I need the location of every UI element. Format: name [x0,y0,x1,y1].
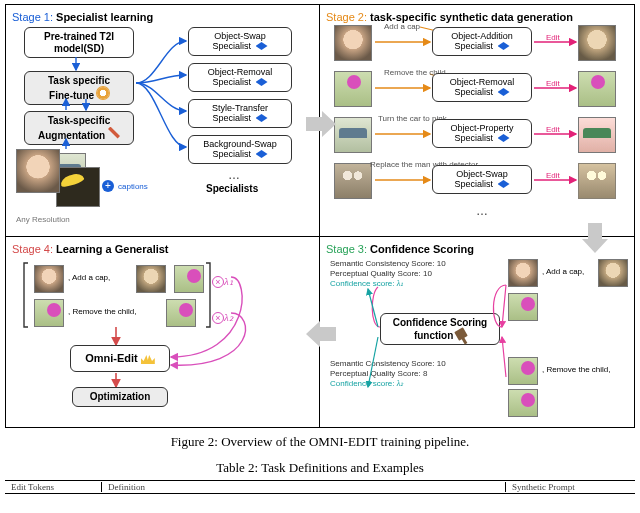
crown-icon [141,354,155,364]
stage3-label: Confidence Scoring [370,243,474,255]
s4-pair1-cap: , Add a cap, [68,273,110,282]
node-pretrained-text: Pre-trained T2I model(SD) [44,31,114,54]
graduation-cap-icon [256,150,268,160]
s3-top-pq: Perceptual Quality Score: 10 [330,269,446,279]
any-resolution-label: Any Resolution [16,215,70,224]
graduation-cap-icon [498,42,510,52]
graduation-cap-icon [256,42,268,52]
s2-row4-box: Object-Swap Specialist [432,165,532,194]
s3-pair2-src [508,357,538,385]
optimization-box: Optimization [72,387,168,407]
captions-text: captions [118,182,148,191]
s3-pair1-cap: , Add a cap, [542,267,584,276]
stage3-prefix: Stage 3: [326,243,370,255]
omni-edit-box: Omni-Edit [70,345,170,372]
confidence-scoring-text: Confidence Scoring function [393,317,487,341]
stage4-label: Learning a Generalist [56,243,168,255]
s2-row2-box: Object-Removal Specialist [432,73,532,102]
transition-arrow-s2-s3 [582,223,608,253]
s4-pair1-extra [174,265,204,293]
s2-row4-box-text: Object-Swap Specialist [454,169,507,189]
s3-top-conf-label: Confidence score: [330,279,394,288]
multiply-icon: × [212,276,224,288]
stage4-title: Stage 4: Learning a Generalist [12,243,313,255]
s4-pair2-src [34,299,64,327]
s3-top-scores: Semantic Consistency Score: 10 Perceptua… [330,259,446,289]
s2-row4-src [334,163,372,199]
node-augment: Task-specific Augmentation [24,111,134,145]
transition-arrow-s3-s4 [306,321,336,347]
s2-row3-edit: Edit [546,125,560,134]
graduation-cap-icon [498,134,510,144]
s3-bot-conf-val: λ₂ [397,379,403,388]
graduation-cap-icon [498,88,510,98]
s2-row1-src [334,25,372,61]
transition-arrow-s1-s2 [306,111,336,137]
s3-top-conf-val: λ₁ [397,279,403,288]
s2-row3-out [578,117,616,153]
stage2-panel: Stage 2: task-specific synthetic data ge… [320,5,634,237]
figure-caption: Figure 2: Overview of the OMNI-EDIT trai… [0,434,640,450]
gavel-icon [454,327,468,341]
node-specialist-1: Object-Removal Specialist [188,63,292,92]
stage1-panel: Stage 1: Specialist learning Pre-trained… [6,5,320,237]
omni-edit-text: Omni-Edit [85,352,138,364]
s2-row4-out [578,163,616,199]
table-caption: Table 2: Task Definitions and Examples [0,460,640,476]
s2-row1-edit: Edit [546,33,560,42]
s4-pair2-cap: , Remove the child, [68,307,136,316]
node-specialist-2: Style-Transfer Specialist [188,99,292,128]
s4-lambda2: ×λ₂ [212,307,233,325]
plus-icon: + [102,180,114,192]
node-specialist-3: Background-Swap Specialist [188,135,292,164]
s2-row2-src [334,71,372,107]
specialist-0-text: Object-Swap Specialist [212,31,265,51]
s4-lambda1: ×λ₁ [212,271,233,289]
s3-pair1-src [508,259,538,287]
lambda1-text: λ₁ [224,275,233,287]
s2-row1-prompt: Add a cap [384,22,420,31]
s2-row3-src [334,117,372,153]
s2-row1-out [578,25,616,61]
stage4-prefix: Stage 4: [12,243,56,255]
s3-pair1-extra [508,293,538,321]
s3-bot-sc: Semantic Consistency Score: 10 [330,359,446,369]
stage4-panel: Stage 4: Learning a Generalist , Add a c… [6,237,320,427]
stage1-label: Specialist learning [56,11,153,23]
s3-bot-conf-label: Confidence score: [330,379,394,388]
s2-row2-out [578,71,616,107]
th-synthetic-prompt: Synthetic Prompt [505,482,635,492]
graduation-cap-icon [256,78,268,88]
node-pretrained: Pre-trained T2I model(SD) [24,27,134,58]
node-finetune: Task specific Fine-tune [24,71,134,105]
gear-icon [97,87,109,99]
stage1-prefix: Stage 1: [12,11,56,23]
thumb-banana [56,167,100,207]
s3-pair2-cap: , Remove the child, [542,365,610,374]
specialists-label: Specialists [206,183,258,194]
wrench-icon [108,127,120,139]
s2-row3-box: Object-Property Specialist [432,119,532,148]
lambda2-text: λ₂ [224,311,233,323]
s2-row4-edit: Edit [546,171,560,180]
multiply-icon: × [212,312,224,324]
s4-pair1-src [34,265,64,293]
plus-captions: + captions [102,175,148,193]
figure-2-diagram: Stage 1: Specialist learning Pre-trained… [5,4,635,428]
specialist-3-text: Background-Swap Specialist [203,139,277,159]
s4-pair2-out [166,299,196,327]
node-augment-text: Task-specific Augmentation [38,115,110,141]
s3-top-sc: Semantic Consistency Score: 10 [330,259,446,269]
th-edit-tokens: Edit Tokens [5,482,101,492]
stage1-title: Stage 1: Specialist learning [12,11,313,23]
s3-pair2-out [508,389,538,417]
stage2-title: Stage 2: task-specific synthetic data ge… [326,11,628,23]
graduation-cap-icon [256,114,268,124]
s3-bottom-scores: Semantic Consistency Score: 10 Perceptua… [330,359,446,389]
ellipsis-s2: … [476,205,488,217]
s2-row1-box: Object-Addition Specialist [432,27,532,56]
ellipsis-specialists: … [228,169,240,181]
stage3-panel: Stage 3: Confidence Scoring Semantic Con… [320,237,634,427]
figure-caption-text: Figure 2: Overview of the OMNI-EDIT trai… [171,434,470,449]
s2-row2-edit: Edit [546,79,560,88]
